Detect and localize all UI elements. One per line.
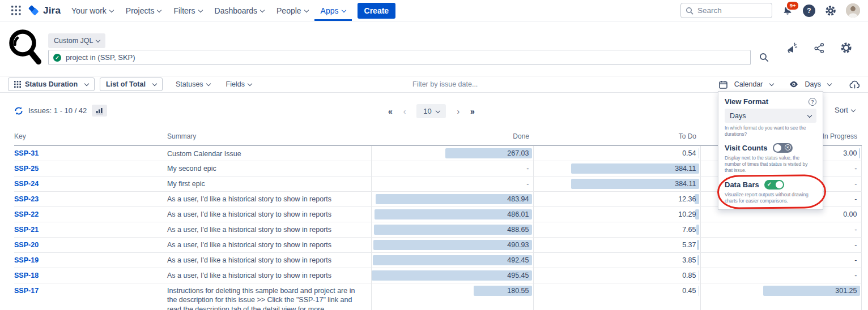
query-actions (786, 42, 852, 54)
summary-cell: Custom Calendar Issue (167, 145, 371, 161)
nav-item-apps[interactable]: Apps (314, 0, 352, 21)
settings-gear-icon[interactable] (825, 5, 836, 16)
duration-cell: 180.55 (371, 283, 533, 310)
duration-cell: - (700, 222, 861, 237)
global-search[interactable] (680, 3, 772, 18)
duration-value: 12.36 (678, 195, 696, 203)
sort-dropdown[interactable]: Sort (835, 106, 855, 114)
jira-logo[interactable]: Jira (24, 5, 65, 17)
brand-name: Jira (43, 5, 61, 16)
chevron-down-icon (807, 113, 812, 117)
view-format-select[interactable]: Days (725, 109, 816, 123)
first-page-button[interactable]: « (388, 107, 393, 116)
run-search-icon[interactable] (759, 53, 769, 62)
nav-item-projects[interactable]: Projects (120, 0, 168, 21)
issue-key-link[interactable]: SSP-20 (14, 241, 39, 249)
duration-cell: 0.54 (533, 145, 700, 161)
duration-cell: 267.03 (371, 145, 533, 161)
nav-item-your-work[interactable]: Your work (65, 0, 120, 21)
nav-item-label: Dashboards (215, 6, 258, 15)
panel-help-icon[interactable]: ? (809, 98, 816, 106)
calendar-dropdown[interactable]: Calendar (713, 80, 779, 89)
data-bar (697, 255, 699, 265)
duration-cell: 486.01 (371, 206, 533, 222)
issue-key-link[interactable]: SSP-21 (14, 226, 39, 234)
duration-value: 0.54 (682, 149, 696, 157)
issue-key-link[interactable]: SSP-25 (14, 165, 39, 173)
app-switcher-icon[interactable] (8, 3, 24, 18)
jql-mode-dropdown[interactable]: Custom JQL (48, 33, 105, 48)
nav-item-dashboards[interactable]: Dashboards (209, 0, 271, 21)
refresh-icon[interactable] (14, 106, 23, 115)
duration-value: 0.85 (682, 272, 696, 279)
issue-key-link[interactable]: SSP-31 (14, 149, 39, 157)
previous-page-button[interactable]: ‹ (403, 107, 406, 116)
view-mode-dropdown[interactable]: List of Total (100, 78, 163, 91)
statuses-dropdown[interactable]: Statuses (168, 80, 218, 88)
duration-cell: 3.85 (533, 252, 700, 268)
column-header-summary: Summary (167, 130, 371, 145)
statuses-label: Statuses (176, 80, 203, 88)
duration-cell: 490.93 (371, 237, 533, 252)
format-dropdown[interactable]: Days (784, 80, 837, 88)
data-bars-block: Data Bars ✓× Visualize report outputs wi… (725, 180, 816, 205)
next-page-button[interactable]: › (457, 107, 459, 116)
issue-key-link[interactable]: SSP-23 (14, 195, 39, 203)
report-settings-gear-icon[interactable] (840, 42, 852, 54)
export-cloud-icon[interactable] (849, 80, 860, 89)
chevron-down-icon (157, 7, 161, 12)
issue-key-link[interactable]: SSP-19 (14, 256, 39, 264)
nav-item-filters[interactable]: Filters (167, 0, 208, 21)
column-header-to-do: To Do (533, 130, 700, 145)
duration-value: - (526, 165, 529, 173)
top-nav-right: 9+ ? (680, 3, 860, 18)
grid-icon (14, 81, 21, 88)
last-page-button[interactable]: » (470, 107, 475, 116)
duration-cell: 495.45 (371, 268, 533, 283)
visit-counts-toggle[interactable]: ✓× (773, 143, 793, 153)
duration-cell: - (700, 237, 861, 252)
duration-cell: 488.65 (371, 222, 533, 237)
announcement-icon[interactable] (786, 42, 798, 54)
duration-value: 0.00 (843, 210, 857, 218)
jql-input[interactable]: ✓ project in (SSP, SKP) (48, 50, 751, 65)
duration-value: - (854, 272, 857, 279)
summary-cell: My first epic (167, 176, 371, 191)
key-cell: SSP-18 (14, 268, 167, 283)
help-icon[interactable]: ? (803, 5, 815, 17)
issue-key-link[interactable]: SSP-18 (14, 272, 39, 279)
issue-key-link[interactable]: SSP-17 (14, 287, 39, 295)
duration-value: - (526, 180, 529, 188)
eye-icon (789, 81, 798, 88)
chevron-down-icon (206, 81, 210, 86)
page-size-select[interactable]: 10 (416, 104, 446, 118)
summary-cell: As a user, I'd like a historical story t… (167, 237, 371, 252)
create-button[interactable]: Create (358, 3, 396, 19)
nav-item-label: Your work (71, 6, 107, 15)
data-bars-toggle[interactable]: ✓× (764, 180, 784, 190)
key-cell: SSP-23 (14, 191, 167, 206)
global-search-input[interactable] (697, 6, 760, 15)
report-type-dropdown[interactable]: Status Duration (8, 78, 95, 91)
chevron-down-icon (769, 81, 773, 86)
chevron-down-icon (851, 107, 856, 111)
table-row: SSP-21As a user, I'd like a historical s… (14, 222, 861, 237)
chevron-down-icon (198, 7, 202, 12)
fields-dropdown[interactable]: Fields (218, 80, 259, 88)
duration-value: 483.94 (507, 195, 529, 203)
summary-cell: As a user, I'd like a historical story t… (167, 268, 371, 283)
issue-key-link[interactable]: SSP-22 (14, 210, 39, 218)
date-filter-input[interactable]: Filter by issue date... (412, 80, 478, 88)
notifications-button[interactable]: 9+ (782, 5, 793, 16)
nav-item-people[interactable]: People (270, 0, 314, 21)
visit-counts-label: Visit Counts (725, 144, 768, 152)
notification-badge: 9+ (786, 1, 799, 11)
user-avatar[interactable] (846, 3, 860, 18)
issue-key-link[interactable]: SSP-24 (14, 180, 39, 188)
duration-cell: 301.25 (700, 283, 861, 310)
share-icon[interactable] (814, 42, 825, 54)
duration-cell: 384.11 (533, 161, 700, 176)
report-toolbar: Status Duration List of Total Statuses F… (0, 76, 868, 93)
chart-view-button[interactable] (92, 105, 107, 117)
duration-cell: 0.85 (533, 268, 700, 283)
